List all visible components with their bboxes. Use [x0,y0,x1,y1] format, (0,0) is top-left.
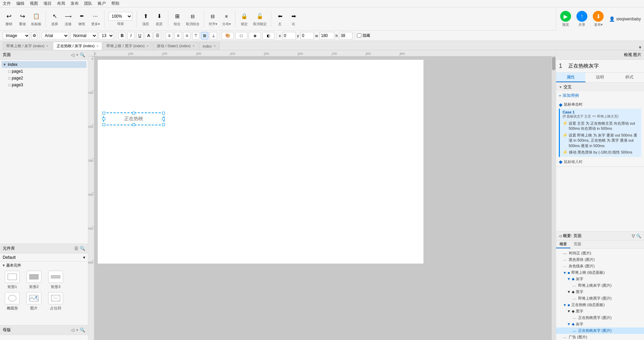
tree-item-page1[interactable]: □ page1 [1,68,87,75]
align-center-button[interactable]: ≡ [174,32,182,39]
master-search-icon[interactable]: 🔍 [80,327,85,333]
ov-item-13[interactable]: — 广告 (图片) [556,334,644,340]
component-ellipse[interactable]: 椭圆形 [3,292,22,311]
interaction-section-header[interactable]: ▼ 交互 [556,83,644,91]
h-input[interactable] [339,32,353,39]
tab-close-0[interactable]: × [46,44,49,48]
handle-br[interactable] [162,123,165,126]
ov-item-12[interactable]: — 正在热映灰字 (图片) [556,327,644,334]
tab-close-4[interactable]: × [214,44,216,48]
handle-ml[interactable] [102,118,105,120]
ov-item-10[interactable]: — 正在热映黑字 (图片) [556,315,644,321]
clipboard-button[interactable]: 📋 [32,12,41,21]
top-button[interactable]: ⬆ [141,12,150,21]
ov-item-5[interactable]: — 即将上映灰字 (图片) [556,282,644,289]
tab-2[interactable]: 即将上映 / 黑字 (index) × [103,42,152,50]
ungroup-button[interactable]: ⊟ [188,12,197,21]
pages-search-icon[interactable]: 🔍 [80,52,85,57]
component-menu-icon[interactable]: ☰ [74,246,78,251]
pen-button[interactable]: ✒ [77,12,87,21]
align-bottom-button[interactable]: ⊥ [210,32,217,39]
handle-bl[interactable] [102,123,105,126]
tab-expand-button[interactable]: ▾ [639,44,641,50]
component-rect1[interactable]: 矩形1 [3,271,22,289]
ov-item-11[interactable]: ▼ ◆ 灰字 [556,321,644,327]
undo-button[interactable]: ↩ [4,12,14,21]
distribute-button[interactable]: ≡ [222,12,231,21]
handle-tl[interactable] [102,112,105,114]
y-input[interactable] [300,32,314,39]
lock-button[interactable]: 🔒 [240,12,249,21]
right-button[interactable]: ➡ [289,12,298,21]
bold-button[interactable]: B [118,32,126,39]
tab-3[interactable]: 滚动 / State1 (index) × [153,42,198,50]
component-rect2[interactable]: 矩形2 [24,271,43,289]
ov-item-8[interactable]: ▼ ■ 正在热映 (动态面板) [556,302,644,308]
unlock-button[interactable]: 🔓 [255,12,265,21]
hidden-checkbox[interactable] [357,33,361,38]
list-button[interactable]: ☰ [154,32,161,39]
pages-collapse-icon[interactable]: ◁ [71,52,74,57]
ov-item-0[interactable]: — 时间正 (图片) [556,250,644,256]
align-middle-button[interactable]: ⊞ [201,32,208,39]
overview-collapse-icon[interactable]: ◁ [559,234,562,238]
ov-item-1[interactable]: — 黑色滑块 (图片) [556,256,644,263]
handle-tc[interactable] [132,112,135,114]
tree-item-page2[interactable]: □ page2 [1,75,87,82]
menu-edit[interactable]: 编辑 [16,1,24,6]
menu-publish[interactable]: 发布 [71,1,79,6]
menu-file[interactable]: 文件 [3,1,11,6]
font-family-select[interactable]: Arial [42,32,69,39]
tab-0[interactable]: 即将上映 / 灰字 (index) × [3,42,52,50]
underline-button[interactable]: U [136,32,144,39]
opacity-button[interactable]: ◐ [262,32,274,39]
add-interaction-button[interactable]: + 添加用例 [556,91,644,100]
menu-project[interactable]: 项目 [43,1,52,6]
font-size-select[interactable]: 13 [99,32,114,39]
overview-search-icon[interactable]: 🔍 [636,234,641,238]
align-left-button[interactable]: ≡ [166,32,173,39]
tree-item-index[interactable]: ▼ index [1,61,87,68]
connect-button[interactable]: ⟶ [63,12,73,21]
component-select[interactable]: Default ▾ [0,253,88,262]
tab-4[interactable]: index × [199,42,220,50]
zoom-select[interactable]: 100% 50% 200% [109,12,132,21]
italic-button[interactable]: I [127,32,135,39]
font-color-button[interactable]: A [145,32,152,39]
tab-close-2[interactable]: × [147,44,149,48]
x-input[interactable] [282,32,296,39]
menu-help[interactable]: 帮助 [111,1,119,6]
ov-item-4[interactable]: ▼ ◆ 灰字 [556,276,644,282]
font-style-select[interactable]: Normal [70,32,97,39]
ov-item-3[interactable]: ▼ ■ 即将上映 (动态面板) [556,269,644,276]
menu-view[interactable]: 视图 [30,1,38,6]
component-placeholder[interactable]: 占位符 [46,292,65,311]
left-button[interactable]: ⬅ [275,12,285,21]
overview-filter-icon[interactable]: ▽ [632,234,635,238]
border-button[interactable]: □ [235,32,247,39]
overview-tab-pages[interactable]: 页面 [570,240,585,248]
fill-color-button[interactable]: 🎨 [222,32,234,39]
element-type-select[interactable]: Image [3,32,30,39]
more-button[interactable]: ⋯ [91,12,100,21]
master-add-icon[interactable]: + [76,327,78,333]
component-image[interactable]: 图片 [24,292,43,311]
component-search-icon[interactable]: 🔍 [80,246,85,251]
menu-layout[interactable]: 布局 [57,1,65,6]
scrollbar-thumb[interactable] [552,57,555,70]
selected-element[interactable]: 正在热映 [103,112,164,125]
shadow-button[interactable]: ◈ [249,32,261,39]
menu-account[interactable]: 账户 [98,1,106,6]
component-rect3[interactable]: 矩形3 [46,271,65,289]
group-button[interactable]: ⊞ [172,12,182,21]
master-collapse-icon[interactable]: ◁ [71,327,74,333]
user-info[interactable]: 👤 xieqiwenbaby [609,16,641,22]
preview-button[interactable]: ▶ 预览 [560,11,571,27]
canvas-content[interactable]: 正在热映 [94,56,556,340]
handle-mr[interactable] [162,118,165,120]
menu-team[interactable]: 团队 [84,1,92,6]
tab-properties[interactable]: 属性 [556,73,585,82]
tab-close-1[interactable]: × [97,44,99,48]
align-top-button[interactable]: ⊤ [192,32,200,39]
case1-block[interactable]: Case 1 (If 面板状态于 主页 == 即将上映主页) ⚡ 设置 主页 为… [559,109,641,157]
